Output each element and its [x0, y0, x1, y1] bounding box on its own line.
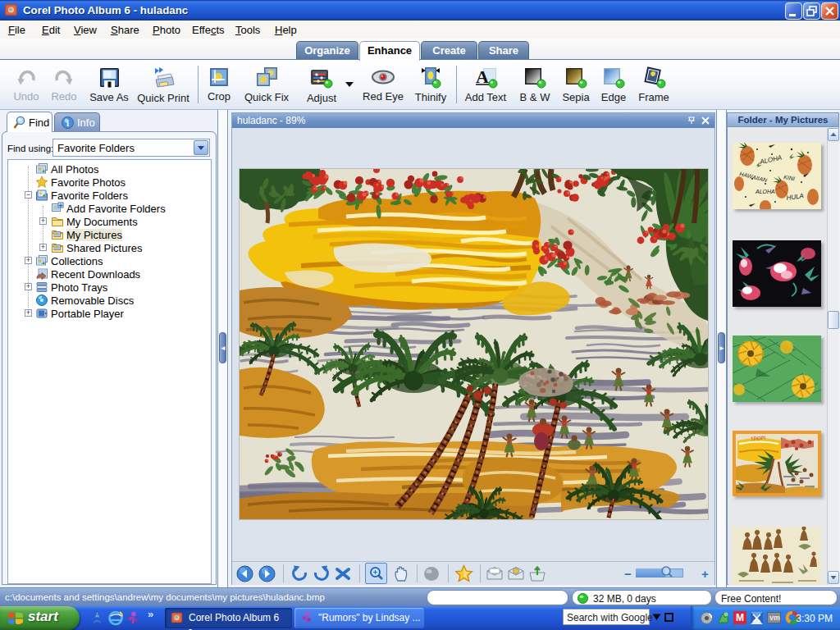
svg-text:i: i	[66, 118, 69, 128]
svg-text:ALOHA: ALOHA	[755, 189, 775, 194]
